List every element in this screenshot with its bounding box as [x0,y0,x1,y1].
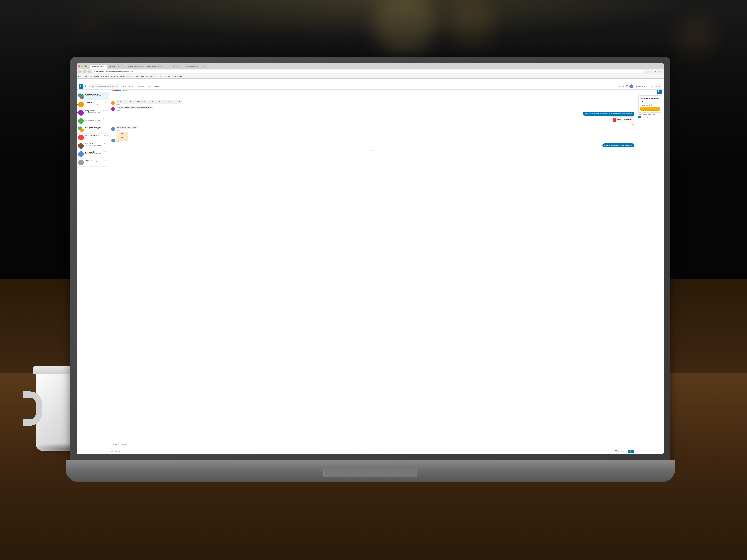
conversation-content: Maya, Omar, Shengsha... Maya: See you gu… [85,127,102,130]
nav-home[interactable]: Home [121,85,127,88]
bookmark-bam[interactable]: BAM [146,76,149,77]
nav-jobs[interactable]: Jobs [146,85,152,88]
nav-connections[interactable]: Connections [135,85,145,88]
share[interactable]: ↑ [651,71,651,73]
conversation-item-5[interactable]: Maya, Omar, Shengsha... Maya: See you gu… [77,125,109,134]
image-button[interactable]: 🖼 [118,450,120,453]
notifications-icon[interactable]: 🔔 [622,85,624,87]
read-mode[interactable]: 📖 [648,71,650,73]
bookmark-sketch[interactable]: Sketch [159,76,163,77]
conversation-item-1[interactable]: Steven, Linda, Britt... Steven: Could yo… [77,92,109,100]
footer-about[interactable]: About [638,114,641,115]
user-avatar[interactable] [629,84,633,88]
bookmark-free[interactable]: Free stuff [165,76,170,77]
enter-to-send-checkbox[interactable] [615,450,617,452]
browser-tab-5[interactable]: DESIGNLOVEFEST... [165,64,182,69]
search-input[interactable] [92,86,118,87]
nav-profile[interactable]: Profile [128,85,134,88]
conversation-avatar [78,102,84,107]
hamburger-menu[interactable]: ☰ [84,85,86,88]
nav-interests[interactable]: Interests [152,85,160,88]
conversation-panel: Britt, Linda, Steven Steven → ⋯ Linda Ma… [109,86,636,454]
recruiter-card-title: Help recruiters find you [640,98,660,103]
mug-handle [23,391,42,426]
send-button[interactable]: Send [628,450,634,453]
conversation-preview: You: Thanks for helping me Britt. Apprec… [85,103,103,105]
attachment-block: PDF vivian_portfolio_2015.pdf 2 MB 5:15 … [611,116,634,125]
footer-privacy[interactable]: Privacy & Terms → [648,114,657,115]
conversation-name: Kenneth Owens [85,118,102,120]
browser-tab-3[interactable]: Modern Design Tools: A... [127,64,146,69]
nav-business[interactable]: Business Services [634,85,648,88]
maximize-button[interactable] [85,65,87,67]
linkedin-search[interactable]: 🔍 [88,84,119,88]
conversation-avatar [78,118,84,124]
settings[interactable]: ⋮ [661,71,663,73]
bookmark-apps[interactable]: Apps [78,76,81,77]
conversation-item-2[interactable]: Britt Booker You: Thanks for helping me … [77,100,109,109]
conversation-messages: Linda Mark added Steven Jameson to the c… [109,92,636,441]
nav-recruiter[interactable]: Go to Recruiter [650,85,662,88]
footer-feedback[interactable]: Feedback [642,114,647,115]
pdf-icon: PDF [613,117,616,122]
bookmark-quartz[interactable]: Quartz Composer [89,76,99,77]
notifications[interactable]: 🔔 [652,71,654,73]
refresh-button[interactable]: ↻ [87,70,91,73]
conversation-item-6[interactable]: Sharon Cunningham Sharon: Let's grab lun… [77,134,109,142]
emoji-button[interactable]: 😊 [111,450,113,453]
browser-tab-4[interactable]: Learn Sketch: 3 Design ... [146,64,164,69]
minimize-button[interactable] [82,65,84,67]
bokeh-light-4 [75,8,106,39]
forward-button[interactable]: → [83,70,86,73]
browser-chrome: in Welcome | LinkedIn Dropoff SF 2015 - … [77,63,664,79]
message-time: 5:15 PM [602,147,634,149]
bookmark-screen[interactable]: Screen Intro [131,76,138,77]
bokeh-light-3 [677,16,716,55]
message-bubble-received-2: Awesome! Vivian could you share some sam… [111,106,556,111]
attachment-button[interactable]: 📎 [114,450,117,453]
bookmark-accessibility[interactable]: Accessibility [111,76,118,77]
downloads[interactable]: ⬇ [656,71,658,73]
conversation-avatar-group [78,94,84,99]
conversation-avatar [78,135,84,140]
pdf-attachment[interactable]: PDF vivian_portfolio_2015.pdf 2 MB [611,116,634,123]
conversation-item-3[interactable]: Jenny Perkins 📎 You sent an attachment Y… [77,109,109,117]
conversation-avatar [78,110,84,115]
conversation-content: Sharon Cunningham Sharon: Let's grab lun… [85,135,103,138]
extensions[interactable]: 🧩 [659,71,660,73]
bookmark-marketing[interactable]: Marketing Emails [120,76,129,77]
conversation-item-7[interactable]: Walter Hunt You: Congrats on the work an… [77,142,109,150]
image-block: MEET UP! ☕ 5:00 PM [116,132,128,142]
bookmark-sketch-club[interactable]: Sketch Club [151,76,157,77]
bookmark-dambif[interactable]: Dambif [140,76,144,77]
bookmark-applications[interactable]: My Applications [101,76,109,77]
browser-tab-linkedin[interactable]: in Welcome | LinkedIn [90,64,107,69]
address-bar[interactable]: 🔒 https://www.linkedin.com/messaging/thr… [92,70,645,73]
message-bubble-sent-2: That works! Look forward to meeting you … [602,143,634,149]
back-button[interactable]: ← [78,70,82,73]
bookmark-other[interactable]: Other Bookmarks [172,76,182,77]
conversation-item-9[interactable]: Harold Lee Hi Vivian, we are in the same… [77,158,109,167]
browser-tab-7[interactable]: You... [201,64,208,69]
bokeh-light-2 [448,0,495,47]
conversation-content: Kenneth Owens You: Did you get the meeti… [85,118,102,121]
message-time: 4:44 PM [116,110,154,111]
trackpad[interactable] [324,468,417,477]
close-button[interactable] [78,65,80,67]
message-input[interactable] [111,443,634,449]
browser-tab-2[interactable]: Dropoff SF 2015 - San Fr... [108,64,126,69]
message-bubble-content: Hey Steven, you should meet up with Vivi… [116,100,183,105]
flag-icon[interactable]: 🚩 [626,85,628,87]
footer-logo-box: in [638,116,641,118]
messages-icon[interactable]: ✉ [619,85,621,87]
linkedin-topnav: in ☰ 🔍 Home Profile Connections Jobs Int… [77,83,664,90]
update-profile-button[interactable]: Update your profile [640,107,660,111]
conversation-item-4[interactable]: Kenneth Owens You: Did you get the meeti… [77,117,109,125]
history[interactable]: ↩ [654,71,656,73]
conversation-item-8[interactable]: Eric Hernandez You: Check out Stealth St… [77,150,109,158]
bookmark-design[interactable]: Design [83,76,87,77]
bookmark-star[interactable]: ☆ [646,71,647,73]
conversation-preview: You: Congrats on the work anniversary Wa… [85,144,103,146]
conversation-preview: Steven: Could you meet at 4pm tomorrow i… [85,95,103,96]
browser-tab-6[interactable]: Learn Web Design, Web ... [182,64,201,69]
